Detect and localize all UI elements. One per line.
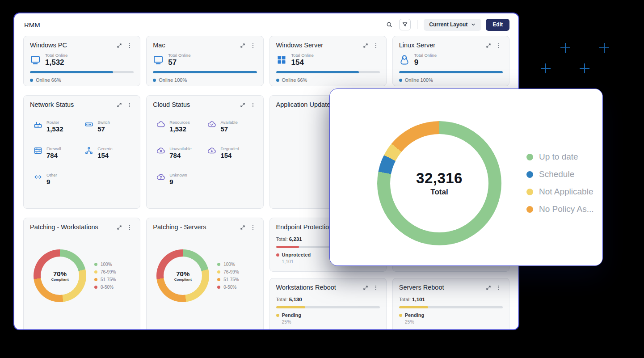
- filter-button[interactable]: [399, 19, 411, 30]
- status-label: Online 66%: [282, 77, 307, 83]
- legend-item: 76-99%: [217, 270, 239, 274]
- search-button[interactable]: [384, 19, 395, 30]
- cloud-item: Unavailable784: [156, 146, 205, 159]
- legend-item: Schedule: [526, 169, 594, 179]
- expand-icon: [363, 43, 368, 48]
- firewall-icon: [34, 146, 42, 155]
- expand-button[interactable]: [116, 42, 123, 49]
- item-label: Router: [46, 120, 63, 125]
- edit-button[interactable]: Edit: [486, 19, 509, 31]
- total-value: 6,231: [289, 236, 302, 242]
- legend-label: 76-99%: [223, 270, 239, 274]
- kebab-menu-icon: [126, 42, 133, 49]
- expand-icon: [240, 225, 245, 230]
- expand-button[interactable]: [116, 101, 123, 109]
- stat-label: Total Online: [291, 53, 314, 58]
- card-menu-button[interactable]: [126, 42, 134, 50]
- card-title: Mac: [153, 42, 165, 49]
- expand-button[interactable]: [239, 224, 246, 231]
- legend-dot: [526, 171, 533, 178]
- cloud-status-card: Cloud Status Resources1,532 Available57: [146, 95, 263, 209]
- patching-donut-chart: 70% Compliant: [34, 249, 86, 302]
- card-title: Cloud Status: [153, 101, 190, 108]
- cloud-question-icon: [156, 173, 165, 181]
- windows-server-card: Windows Server Total Online 154 Online 6…: [269, 36, 387, 86]
- card-menu-button[interactable]: [249, 42, 257, 50]
- card-title: Patching - Workstations: [30, 223, 98, 231]
- item-value: 1,532: [46, 125, 63, 133]
- card-menu-button[interactable]: [126, 101, 134, 109]
- item-value: 9: [169, 178, 187, 185]
- expand-button[interactable]: [362, 284, 369, 291]
- legend-item: 51-75%: [94, 277, 116, 282]
- status-label: Online 66%: [36, 77, 61, 83]
- legend-dot: [526, 189, 533, 195]
- expand-button[interactable]: [485, 42, 492, 49]
- status-label: Pending: [405, 312, 424, 318]
- online-progress-bar: [153, 71, 257, 73]
- card-menu-button[interactable]: [126, 223, 134, 232]
- stat-label: Total Online: [414, 53, 437, 58]
- kebab-menu-icon: [373, 42, 379, 49]
- donut-center-label: Total: [430, 188, 448, 197]
- item-label: Degraded: [220, 146, 239, 151]
- plus-icon: [541, 63, 551, 73]
- item-label: Generic: [97, 146, 112, 151]
- item-label: Firewall: [46, 146, 61, 151]
- expand-icon: [240, 102, 245, 108]
- workstations-reboot-card: Workstations Reboot Total: 5,130 Pending…: [269, 278, 387, 330]
- item-value: 154: [220, 152, 239, 159]
- expand-button[interactable]: [362, 42, 369, 49]
- linux-server-card: Linux Server Total Online 9 Online 100%: [392, 36, 509, 86]
- layout-selector[interactable]: Current Layout: [424, 19, 481, 31]
- stat-value: 9: [414, 58, 437, 67]
- kebab-menu-icon: [496, 285, 502, 291]
- expand-button[interactable]: [239, 101, 246, 109]
- plus-icon: [560, 43, 570, 53]
- stat-label: Total Online: [45, 53, 67, 58]
- expand-button[interactable]: [485, 284, 492, 291]
- item-label: Unavailable: [169, 146, 192, 151]
- legend-label: 0-50%: [223, 285, 236, 290]
- legend-label: 0-50%: [101, 285, 114, 290]
- status-label: Unprotected: [282, 252, 311, 257]
- card-menu-button[interactable]: [495, 42, 503, 50]
- item-value: 57: [220, 125, 237, 133]
- card-menu-button[interactable]: [249, 223, 257, 232]
- search-icon: [386, 21, 393, 28]
- cloud-check-icon: [207, 120, 216, 129]
- legend-label: Up to date: [539, 152, 578, 162]
- kebab-menu-icon: [496, 42, 502, 49]
- expand-button[interactable]: [116, 224, 123, 231]
- item-label: Other: [46, 173, 57, 177]
- item-value: 784: [169, 152, 192, 159]
- card-menu-button[interactable]: [372, 284, 380, 292]
- total-label: Total:: [399, 297, 411, 302]
- network-status-card: Network Status Router1,532 Switch57 Fi: [23, 95, 140, 209]
- card-menu-button[interactable]: [372, 42, 380, 50]
- header-divider: [417, 20, 417, 29]
- legend-dot: [94, 263, 97, 266]
- window-header: RMM Current Layout Edit: [14, 13, 518, 35]
- card-menu-button[interactable]: [495, 284, 503, 292]
- legend-dot: [217, 270, 220, 274]
- kebab-menu-icon: [250, 42, 256, 49]
- status-label: Online 100%: [159, 77, 187, 83]
- legend-dot: [94, 278, 97, 281]
- network-item: Router1,532: [34, 120, 82, 133]
- status-dot: [399, 314, 402, 317]
- stat-value: 1,532: [45, 58, 67, 67]
- card-title: Workstations Reboot: [276, 284, 336, 291]
- plus-icon: [599, 43, 609, 53]
- expand-icon: [486, 43, 491, 48]
- expand-button[interactable]: [239, 42, 246, 49]
- cloud-item: Available57: [207, 120, 256, 133]
- card-menu-button[interactable]: [249, 101, 257, 109]
- expand-icon: [486, 285, 491, 291]
- legend-dot: [217, 263, 220, 266]
- cloud-item: Resources1,532: [156, 120, 205, 133]
- legend-label: 51-75%: [223, 277, 239, 282]
- servers-reboot-card: Servers Reboot Total: 1,101 Pending 25%: [392, 278, 509, 330]
- legend-dot: [94, 270, 97, 274]
- monitor-icon: [153, 55, 164, 65]
